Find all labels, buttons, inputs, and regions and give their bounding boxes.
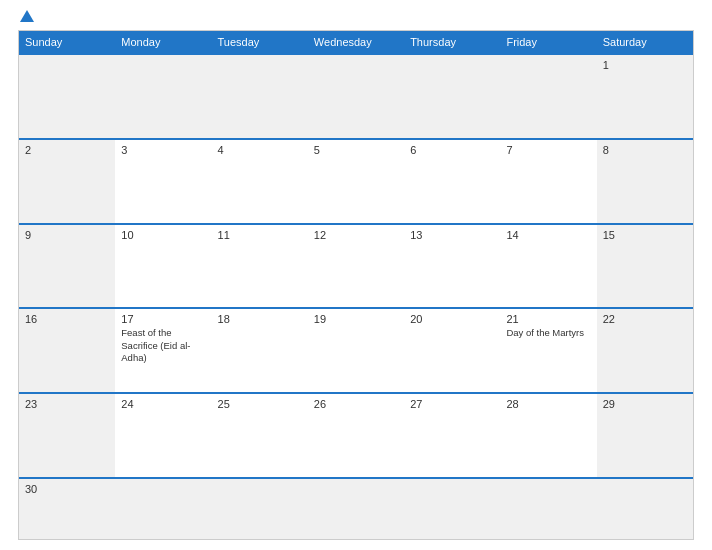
- header-sunday: Sunday: [19, 31, 115, 53]
- day-cell: 4: [212, 140, 308, 223]
- header-saturday: Saturday: [597, 31, 693, 53]
- day-cell: 16: [19, 309, 115, 392]
- day-cell: [404, 55, 500, 138]
- day-cell: 23: [19, 394, 115, 477]
- logo: [18, 10, 34, 24]
- day-cell: 27: [404, 394, 500, 477]
- day-cell: [404, 479, 500, 539]
- day-number: 3: [121, 144, 205, 156]
- day-number: 8: [603, 144, 687, 156]
- header-thursday: Thursday: [404, 31, 500, 53]
- day-cell: 26: [308, 394, 404, 477]
- day-cell: [500, 55, 596, 138]
- calendar: Sunday Monday Tuesday Wednesday Thursday…: [18, 30, 694, 540]
- header-wednesday: Wednesday: [308, 31, 404, 53]
- day-number: 16: [25, 313, 109, 325]
- day-cell: 5: [308, 140, 404, 223]
- header: [18, 10, 694, 24]
- day-cell: 21Day of the Martyrs: [500, 309, 596, 392]
- day-number: 12: [314, 229, 398, 241]
- day-number: 20: [410, 313, 494, 325]
- day-number: 29: [603, 398, 687, 410]
- day-cell: 7: [500, 140, 596, 223]
- day-cell: [597, 479, 693, 539]
- day-cell: [212, 55, 308, 138]
- day-event: Feast of the Sacrifice (Eid al-Adha): [121, 327, 205, 364]
- day-cell: 14: [500, 225, 596, 308]
- day-cell: 2: [19, 140, 115, 223]
- day-cell: [500, 479, 596, 539]
- week-row-5: 30: [19, 477, 693, 539]
- days-header: Sunday Monday Tuesday Wednesday Thursday…: [19, 31, 693, 53]
- page: Sunday Monday Tuesday Wednesday Thursday…: [0, 0, 712, 550]
- day-cell: 3: [115, 140, 211, 223]
- day-cell: [19, 55, 115, 138]
- day-number: 15: [603, 229, 687, 241]
- day-cell: 11: [212, 225, 308, 308]
- day-number: 24: [121, 398, 205, 410]
- day-number: 19: [314, 313, 398, 325]
- header-friday: Friday: [500, 31, 596, 53]
- day-cell: 25: [212, 394, 308, 477]
- week-row-0: 1: [19, 53, 693, 138]
- day-cell: 8: [597, 140, 693, 223]
- day-number: 14: [506, 229, 590, 241]
- day-cell: 9: [19, 225, 115, 308]
- header-monday: Monday: [115, 31, 211, 53]
- day-number: 17: [121, 313, 205, 325]
- day-number: 6: [410, 144, 494, 156]
- day-event: Day of the Martyrs: [506, 327, 590, 339]
- day-cell: 18: [212, 309, 308, 392]
- day-cell: 20: [404, 309, 500, 392]
- day-cell: 24: [115, 394, 211, 477]
- week-row-3: 1617Feast of the Sacrifice (Eid al-Adha)…: [19, 307, 693, 392]
- day-number: 4: [218, 144, 302, 156]
- day-cell: 30: [19, 479, 115, 539]
- day-cell: 12: [308, 225, 404, 308]
- logo-triangle-icon: [20, 10, 34, 22]
- day-cell: 10: [115, 225, 211, 308]
- calendar-body: 1234567891011121314151617Feast of the Sa…: [19, 53, 693, 539]
- day-number: 1: [603, 59, 687, 71]
- day-number: 5: [314, 144, 398, 156]
- day-number: 28: [506, 398, 590, 410]
- day-cell: 22: [597, 309, 693, 392]
- day-cell: 6: [404, 140, 500, 223]
- day-number: 30: [25, 483, 109, 495]
- day-number: 18: [218, 313, 302, 325]
- week-row-4: 23242526272829: [19, 392, 693, 477]
- day-number: 11: [218, 229, 302, 241]
- day-cell: 17Feast of the Sacrifice (Eid al-Adha): [115, 309, 211, 392]
- week-row-1: 2345678: [19, 138, 693, 223]
- header-tuesday: Tuesday: [212, 31, 308, 53]
- day-cell: 1: [597, 55, 693, 138]
- week-row-2: 9101112131415: [19, 223, 693, 308]
- day-number: 27: [410, 398, 494, 410]
- day-cell: 29: [597, 394, 693, 477]
- day-number: 23: [25, 398, 109, 410]
- day-number: 26: [314, 398, 398, 410]
- day-cell: 15: [597, 225, 693, 308]
- day-cell: [212, 479, 308, 539]
- day-number: 22: [603, 313, 687, 325]
- day-number: 10: [121, 229, 205, 241]
- day-cell: [308, 479, 404, 539]
- day-cell: [115, 479, 211, 539]
- day-number: 7: [506, 144, 590, 156]
- day-number: 13: [410, 229, 494, 241]
- day-cell: [115, 55, 211, 138]
- day-number: 9: [25, 229, 109, 241]
- day-number: 2: [25, 144, 109, 156]
- day-cell: [308, 55, 404, 138]
- day-cell: 13: [404, 225, 500, 308]
- day-cell: 28: [500, 394, 596, 477]
- day-cell: 19: [308, 309, 404, 392]
- day-number: 21: [506, 313, 590, 325]
- day-number: 25: [218, 398, 302, 410]
